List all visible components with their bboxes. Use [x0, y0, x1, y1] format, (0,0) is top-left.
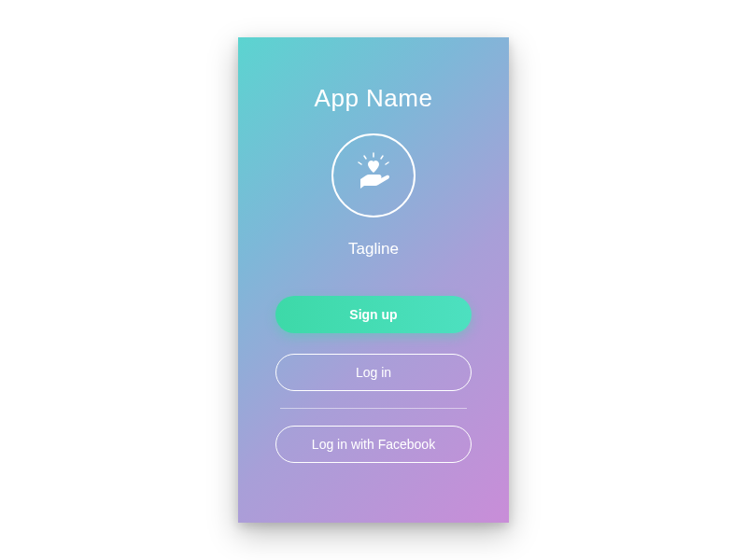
svg-line-4 — [386, 162, 388, 164]
svg-line-1 — [364, 156, 366, 159]
login-button[interactable]: Log in — [275, 354, 472, 391]
login-facebook-button[interactable]: Log in with Facebook — [275, 426, 472, 463]
svg-line-2 — [381, 156, 383, 159]
signup-button[interactable]: Sign up — [275, 296, 472, 333]
svg-line-3 — [359, 162, 361, 164]
app-title: App Name — [315, 84, 433, 113]
app-logo — [331, 133, 416, 217]
divider — [280, 408, 467, 409]
app-login-screen: App Name Tagline Sign up Log in — [238, 37, 509, 523]
hand-heart-icon — [347, 147, 400, 203]
app-tagline: Tagline — [348, 240, 399, 259]
